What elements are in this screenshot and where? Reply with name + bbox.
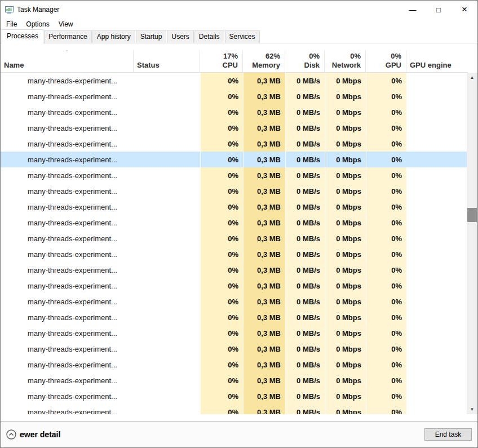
maximize-button[interactable]: □ <box>426 1 452 19</box>
cell-name: many-threads-experiment... <box>1 215 134 230</box>
cell-network: 0 Mbps <box>325 294 366 309</box>
process-row[interactable]: many-threads-experiment...0%0,3 MB0 MB/s… <box>1 152 468 167</box>
tab-processes[interactable]: Processes <box>2 29 43 43</box>
cell-memory: 0,3 MB <box>243 167 285 183</box>
process-row[interactable]: many-threads-experiment...0%0,3 MB0 MB/s… <box>1 325 468 341</box>
cell-status <box>134 120 200 136</box>
tab-app-history[interactable]: App history <box>92 30 135 43</box>
task-manager-window: Task Manager — □ × FileOptionsView Proce… <box>0 0 478 448</box>
tab-details[interactable]: Details <box>194 30 224 43</box>
end-task-button[interactable]: End task <box>424 428 472 441</box>
cell-memory: 0,3 MB <box>243 388 285 404</box>
cell-memory: 0,3 MB <box>243 294 285 309</box>
cell-gpu: 0% <box>366 215 406 230</box>
cell-network: 0 Mbps <box>325 246 366 262</box>
cell-network: 0 Mbps <box>325 278 366 294</box>
process-row[interactable]: many-threads-experiment...0%0,3 MB0 MB/s… <box>1 120 468 136</box>
cell-name: many-threads-experiment... <box>1 404 134 414</box>
column-label: Network <box>328 61 361 70</box>
process-row[interactable]: many-threads-experiment...0%0,3 MB0 MB/s… <box>1 167 468 183</box>
column-header-cpu[interactable]: 17%CPU <box>200 50 243 72</box>
process-row[interactable]: many-threads-experiment...0%0,3 MB0 MB/s… <box>1 230 468 246</box>
cell-cpu: 0% <box>200 341 243 357</box>
cell-status <box>134 88 200 104</box>
menu-item-file[interactable]: File <box>2 20 21 28</box>
cell-status <box>134 215 200 230</box>
cell-gpu_engine <box>406 372 468 388</box>
process-row[interactable]: many-threads-experiment...0%0,3 MB0 MB/s… <box>1 199 468 215</box>
scroll-up-icon[interactable]: ▲ <box>467 73 477 82</box>
tab-services[interactable]: Services <box>225 30 260 43</box>
column-header-gpu[interactable]: 0%GPU <box>366 50 406 72</box>
cell-status <box>134 404 200 414</box>
cell-network: 0 Mbps <box>325 152 366 167</box>
cell-gpu: 0% <box>366 246 406 262</box>
cell-network: 0 Mbps <box>325 120 366 136</box>
cell-gpu_engine <box>406 325 468 341</box>
cell-network: 0 Mbps <box>325 309 366 325</box>
process-row[interactable]: many-threads-experiment...0%0,3 MB0 MB/s… <box>1 388 468 404</box>
minimize-button[interactable]: — <box>400 1 426 19</box>
cell-cpu: 0% <box>200 73 243 88</box>
cell-gpu: 0% <box>366 88 406 104</box>
process-row[interactable]: many-threads-experiment...0%0,3 MB0 MB/s… <box>1 73 468 88</box>
column-header-status[interactable]: Status <box>134 50 200 72</box>
cell-status <box>134 278 200 294</box>
cell-memory: 0,3 MB <box>243 278 285 294</box>
scroll-down-icon[interactable]: ▼ <box>467 405 477 414</box>
cell-network: 0 Mbps <box>325 388 366 404</box>
process-row[interactable]: many-threads-experiment...0%0,3 MB0 MB/s… <box>1 183 468 199</box>
column-header-network[interactable]: 0%Network <box>325 50 366 72</box>
vertical-scrollbar[interactable]: ▲ ▼ <box>467 73 477 414</box>
cell-gpu_engine <box>406 152 468 167</box>
column-utilization: 0% <box>289 52 320 61</box>
tab-performance[interactable]: Performance <box>44 30 92 43</box>
cell-network: 0 Mbps <box>325 404 366 414</box>
cell-gpu_engine <box>406 136 468 152</box>
process-row[interactable]: many-threads-experiment...0%0,3 MB0 MB/s… <box>1 309 468 325</box>
cell-gpu_engine <box>406 246 468 262</box>
close-button[interactable]: × <box>452 1 477 19</box>
column-utilization: 0% <box>369 52 401 61</box>
process-row[interactable]: many-threads-experiment...0%0,3 MB0 MB/s… <box>1 294 468 309</box>
process-row[interactable]: many-threads-experiment...0%0,3 MB0 MB/s… <box>1 341 468 357</box>
column-header-gpu_engine[interactable]: GPU engine <box>406 50 468 72</box>
process-row[interactable]: many-threads-experiment...0%0,3 MB0 MB/s… <box>1 262 468 278</box>
process-table-body: many-threads-experiment...0%0,3 MB0 MB/s… <box>1 73 468 414</box>
process-row[interactable]: many-threads-experiment...0%0,3 MB0 MB/s… <box>1 246 468 262</box>
cell-gpu: 0% <box>366 136 406 152</box>
tab-startup[interactable]: Startup <box>136 30 167 43</box>
cell-gpu: 0% <box>366 404 406 414</box>
cell-memory: 0,3 MB <box>243 341 285 357</box>
process-row[interactable]: many-threads-experiment...0%0,3 MB0 MB/s… <box>1 88 468 104</box>
cell-name: many-threads-experiment... <box>1 120 134 136</box>
cell-cpu: 0% <box>200 167 243 183</box>
cell-memory: 0,3 MB <box>243 88 285 104</box>
column-header-disk[interactable]: 0%Disk <box>285 50 325 72</box>
scrollbar-thumb[interactable] <box>467 208 477 222</box>
column-header-name[interactable]: Nameˆ <box>1 50 134 72</box>
menu-item-view[interactable]: View <box>54 20 78 28</box>
process-row[interactable]: many-threads-experiment...0%0,3 MB0 MB/s… <box>1 372 468 388</box>
process-row[interactable]: many-threads-experiment...0%0,3 MB0 MB/s… <box>1 104 468 120</box>
cell-memory: 0,3 MB <box>243 183 285 199</box>
menu-item-options[interactable]: Options <box>21 20 54 28</box>
cell-cpu: 0% <box>200 404 243 414</box>
cell-status <box>134 325 200 341</box>
cell-gpu: 0% <box>366 325 406 341</box>
cell-disk: 0 MB/s <box>285 341 325 357</box>
column-header-memory[interactable]: 62%Memory <box>243 50 285 72</box>
process-row[interactable]: many-threads-experiment...0%0,3 MB0 MB/s… <box>1 136 468 152</box>
cell-memory: 0,3 MB <box>243 357 285 372</box>
cell-name: many-threads-experiment... <box>1 183 134 199</box>
process-row[interactable]: many-threads-experiment...0%0,3 MB0 MB/s… <box>1 278 468 294</box>
process-row[interactable]: many-threads-experiment...0%0,3 MB0 MB/s… <box>1 404 468 414</box>
cell-status <box>134 309 200 325</box>
process-row[interactable]: many-threads-experiment...0%0,3 MB0 MB/s… <box>1 215 468 230</box>
title-bar[interactable]: Task Manager — □ × <box>1 1 477 19</box>
process-row[interactable]: many-threads-experiment...0%0,3 MB0 MB/s… <box>1 357 468 372</box>
cell-network: 0 Mbps <box>325 73 366 88</box>
column-utilization: 62% <box>246 52 280 61</box>
tab-users[interactable]: Users <box>167 30 193 43</box>
details-toggle[interactable]: ewer detail <box>6 429 60 440</box>
